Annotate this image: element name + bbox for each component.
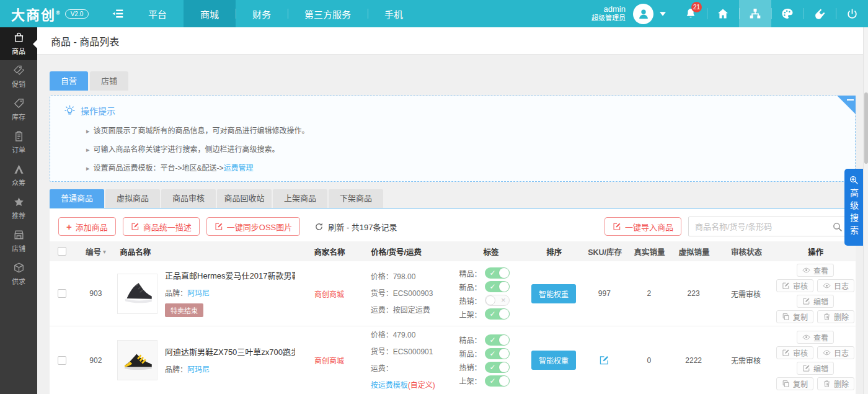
header-id[interactable]: 编号▾: [74, 246, 117, 257]
view-button[interactable]: 查看: [797, 331, 834, 344]
sidebar-item-recommend[interactable]: 推荐: [0, 192, 37, 225]
merchant-link[interactable]: 商创商城: [314, 355, 344, 365]
clear-cache-button[interactable]: [804, 0, 836, 27]
theme-button[interactable]: [771, 0, 804, 27]
row-checkbox[interactable]: [58, 356, 66, 365]
product-image[interactable]: [117, 340, 157, 380]
log-button[interactable]: 日志: [817, 279, 854, 292]
delete-button[interactable]: 删除: [817, 310, 854, 323]
sidebar-item-goods[interactable]: 商品: [0, 27, 37, 60]
toggle-on-sale[interactable]: ✓: [485, 375, 510, 387]
brand-link[interactable]: 阿玛尼: [187, 289, 210, 298]
row-checkbox[interactable]: [58, 289, 66, 298]
sitemap-icon: [749, 7, 761, 20]
toggle-on-sale[interactable]: ✓: [485, 308, 510, 320]
advanced-search-button[interactable]: 高级搜索: [844, 169, 863, 246]
tips-title: 操作提示: [81, 104, 115, 117]
sync-oss-images-button[interactable]: 一键同步OSS图片: [206, 217, 300, 236]
brand-logo[interactable]: 大商创® V2.0: [0, 0, 104, 27]
toggle-boutique[interactable]: ✓: [485, 334, 510, 346]
sidebar-item-orders[interactable]: 订单: [0, 126, 37, 159]
header-price: 价格/货号/运费: [357, 246, 456, 257]
view-button[interactable]: 查看: [797, 264, 834, 277]
tab-on-sale-goods[interactable]: 上架商品: [273, 189, 327, 208]
delete-button[interactable]: 删除: [817, 377, 854, 390]
goods-search: [688, 217, 848, 236]
shipping-template-link[interactable]: 按运费模板: [371, 381, 408, 390]
shipping-management-link[interactable]: 运费管理: [224, 164, 254, 172]
nav-item-platform[interactable]: 平台: [131, 0, 184, 27]
product-brand: 品牌：阿玛尼: [165, 287, 295, 298]
header-virtual-sales: 虚拟销量: [671, 246, 717, 257]
navbar-right: admin 超级管理员 21: [591, 0, 868, 27]
tab-normal-goods[interactable]: 普通商品: [50, 189, 104, 208]
unified-description-button[interactable]: 商品统一描述: [123, 217, 200, 236]
smart-weight-button[interactable]: 智能权重: [531, 351, 576, 370]
scrollbar-track[interactable]: [863, 27, 868, 394]
tips-collapse-button[interactable]: [837, 96, 856, 114]
user-menu-caret[interactable]: [653, 0, 675, 27]
product-title[interactable]: 正品直邮Hermes爱马仕2017新款男鞋 时...: [165, 271, 295, 282]
sidebar-item-supply[interactable]: 供求: [0, 257, 37, 290]
search-icon: [832, 222, 843, 232]
avatar[interactable]: [633, 4, 653, 24]
tab-store[interactable]: 店铺: [90, 71, 128, 91]
toggle-hot[interactable]: ×: [485, 295, 510, 306]
audit-button[interactable]: 审核: [776, 279, 813, 292]
copy-button[interactable]: 复制: [776, 377, 813, 390]
toggle-boutique[interactable]: ✓: [485, 267, 510, 279]
sidebar-item-label: 推荐: [12, 210, 25, 220]
logout-button[interactable]: [836, 0, 868, 27]
smart-weight-button[interactable]: 智能权重: [531, 284, 576, 303]
copy-button[interactable]: 复制: [776, 310, 813, 323]
sidebar-collapse-icon[interactable]: [104, 0, 131, 27]
notifications-button[interactable]: 21: [675, 0, 707, 27]
sidebar-item-label: 库存: [12, 112, 25, 122]
edit-button[interactable]: 编辑: [797, 295, 834, 308]
home-button[interactable]: [707, 0, 739, 27]
tab-self-operated[interactable]: 自营: [50, 71, 88, 91]
sku-edit-icon[interactable]: [599, 355, 609, 365]
sidebar-item-store[interactable]: 店铺: [0, 225, 37, 257]
toggle-new[interactable]: ✓: [485, 281, 510, 292]
nav-item-finance[interactable]: 财务: [236, 0, 288, 27]
select-all-checkbox[interactable]: [58, 247, 66, 256]
header-name: 商品名称: [117, 246, 302, 257]
sidebar-item-promotion[interactable]: 促销: [0, 60, 37, 93]
tab-goods-audit[interactable]: 商品审核: [161, 189, 216, 208]
nav-item-mobile[interactable]: 手机: [368, 0, 420, 27]
toolbar: + 添加商品 商品统一描述 一键同步OSS图片 刷新 - 共197条记录: [50, 217, 856, 236]
sitemap-button[interactable]: [739, 0, 771, 27]
header-audit: 审核状态: [717, 246, 776, 257]
tab-recycle-bin[interactable]: 商品回收站: [217, 189, 272, 208]
page-title: 商品 - 商品列表: [51, 34, 119, 48]
tab-virtual-goods[interactable]: 虚拟商品: [105, 189, 160, 208]
sidebar-item-stock[interactable]: 库存: [0, 93, 37, 126]
refresh-button[interactable]: 刷新 - 共197条记录: [314, 221, 397, 233]
sidebar-item-crowdfunding[interactable]: 众筹: [0, 159, 37, 192]
tips-line: ▸该页面展示了商城所有的商品信息，可对商品进行编辑修改操作。: [86, 125, 843, 135]
tab-off-sale-goods[interactable]: 下架商品: [329, 189, 383, 208]
add-goods-button[interactable]: + 添加商品: [58, 217, 116, 236]
product-image[interactable]: [117, 274, 157, 314]
nav-item-mall[interactable]: 商城: [184, 0, 236, 27]
audit-status: 无需审核: [717, 261, 775, 326]
toggle-hot[interactable]: ✓: [485, 362, 510, 373]
edit-icon: [802, 297, 810, 305]
header-sku: SKU/库存: [582, 246, 627, 257]
sidebar-item-label: 店铺: [12, 243, 25, 253]
price-info: 价格：479.00 货号：ECS000901 运费： 按运费模板(自定义): [357, 326, 456, 394]
log-button[interactable]: 日志: [817, 346, 854, 359]
audit-button[interactable]: 审核: [776, 346, 813, 359]
scrollbar-thumb[interactable]: [864, 92, 868, 164]
toggle-new[interactable]: ✓: [485, 348, 510, 359]
import-goods-button[interactable]: 一键导入商品: [604, 217, 681, 236]
search-input[interactable]: [689, 222, 826, 231]
clipboard-icon: [13, 130, 25, 142]
product-title[interactable]: 阿迪达斯男鞋ZX750三叶草zx700跑步鞋...: [165, 347, 295, 358]
merchant-link[interactable]: 商创商城: [314, 289, 344, 299]
edit-button[interactable]: 编辑: [797, 362, 834, 375]
brand-link[interactable]: 阿玛尼: [187, 365, 210, 374]
nav-item-thirdparty[interactable]: 第三方服务: [288, 0, 368, 27]
row-actions: 查看 审核 日志 编辑 复制: [774, 331, 856, 390]
